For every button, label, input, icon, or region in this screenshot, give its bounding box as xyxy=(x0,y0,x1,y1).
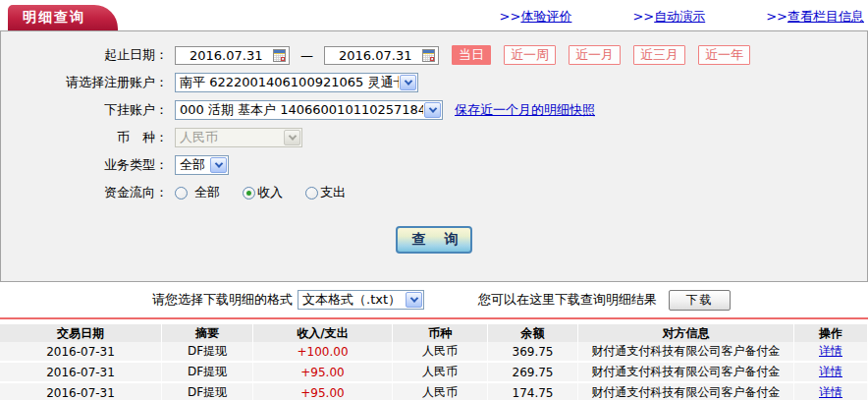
tab-label: 明细查询 xyxy=(23,9,85,27)
link-view-column-info-label: 查看栏目信息 xyxy=(787,9,864,24)
link-view-column-info[interactable]: >>查看栏目信息 xyxy=(766,8,864,26)
register-account-label: 请选择注册账户： xyxy=(1,74,175,91)
chevron-down-icon[interactable] xyxy=(210,157,227,173)
business-type-select[interactable]: 全部 xyxy=(175,155,229,175)
quick-range-year-button[interactable]: 近一年 xyxy=(698,45,750,65)
table-row: 2016-07-31 DF提现 +100.00 人民币 369.75 财付通支付… xyxy=(0,342,868,363)
quick-range-week-button[interactable]: 近一周 xyxy=(504,45,556,65)
calendar-icon[interactable] xyxy=(273,49,286,62)
query-form-panel: 起止日期： 2016.07.31 — 2016.07.31 当日 近一周 xyxy=(0,30,868,282)
header-bar: 明细查询 >>体验评价 >>自动演示 >>查看栏目信息 xyxy=(0,0,868,30)
sub-account-label: 下挂账户： xyxy=(1,101,175,119)
query-button[interactable]: 查 询 xyxy=(396,226,472,254)
quick-range-today-button[interactable]: 当日 xyxy=(452,45,491,65)
register-account-select[interactable]: 南平 6222001406100921065 灵通卡 xyxy=(175,73,418,92)
link-experience-eval-label: 体验评价 xyxy=(520,9,571,24)
cell-counterparty: 财付通支付科技有限公司客户备付金 xyxy=(578,363,794,381)
start-date-value: 2016.07.31 xyxy=(190,48,262,63)
col-header-amount: 收入/支出 xyxy=(253,324,393,342)
fund-flow-option-expense[interactable]: 支出 xyxy=(305,184,346,201)
chevron-down-icon[interactable] xyxy=(424,102,441,118)
calendar-icon[interactable] xyxy=(422,49,435,62)
fund-flow-option-expense-label: 支出 xyxy=(320,184,346,201)
radio-icon[interactable] xyxy=(175,187,188,200)
cell-balance: 269.75 xyxy=(488,363,578,381)
chevron-down-icon[interactable] xyxy=(400,75,416,90)
col-header-date: 交易日期 xyxy=(0,324,162,342)
tab-detail-query[interactable]: 明细查询 xyxy=(8,5,118,30)
cell-summary: DF提现 xyxy=(162,383,253,400)
date-range-label: 起止日期： xyxy=(1,46,175,64)
fund-flow-option-income[interactable]: 收入 xyxy=(243,184,283,201)
download-row: 请您选择下载明细的格式 文本格式（.txt） 您可以在这里下载查询明细结果 下载 xyxy=(0,282,868,317)
sub-account-row: 下挂账户： 000 活期 基本户 1406600101102571848 保存近… xyxy=(1,100,867,120)
cell-balance: 174.75 xyxy=(488,383,578,400)
register-account-value: 南平 6222001406100921065 灵通卡 xyxy=(180,74,399,91)
chevron-down-icon[interactable] xyxy=(406,292,422,308)
quick-range-quarter-button[interactable]: 近三月 xyxy=(633,45,685,65)
end-date-value: 2016.07.31 xyxy=(339,48,411,63)
cell-date: 2016-07-31 xyxy=(0,363,162,381)
cell-action: 详情 xyxy=(794,342,868,361)
link-auto-demo-label: 自动演示 xyxy=(654,9,705,24)
business-type-row: 业务类型： 全部 xyxy=(1,155,867,175)
cell-counterparty: 财付通支付科技有限公司客户备付金 xyxy=(578,383,794,400)
cell-currency: 人民币 xyxy=(393,383,488,400)
download-hint: 您可以在这里下载查询明细结果 xyxy=(478,291,657,309)
col-header-action: 操作 xyxy=(794,324,868,342)
cell-amount: +95.00 xyxy=(253,383,393,400)
col-header-balance: 余额 xyxy=(488,324,578,342)
currency-row: 币 种： 人民币 xyxy=(1,128,867,147)
cell-summary: DF提现 xyxy=(162,363,253,381)
cell-currency: 人民币 xyxy=(393,363,488,381)
col-header-currency: 币种 xyxy=(393,324,488,342)
save-snapshot-link[interactable]: 保存近一个月的明细快照 xyxy=(455,101,595,119)
fund-flow-option-all[interactable]: 全部 xyxy=(175,184,220,201)
cell-amount: +100.00 xyxy=(253,342,393,361)
cell-summary: DF提现 xyxy=(162,342,253,361)
cell-date: 2016-07-31 xyxy=(0,342,162,361)
col-header-counterparty: 对方信息 xyxy=(578,324,794,342)
link-experience-eval[interactable]: >>体验评价 xyxy=(500,8,572,26)
chevron-down-icon xyxy=(284,130,300,145)
sub-account-value: 000 活期 基本户 1406600101102571848 xyxy=(180,101,423,119)
fund-flow-label: 资金流向： xyxy=(1,184,175,201)
quick-range-month-button[interactable]: 近一月 xyxy=(569,45,621,65)
cell-counterparty: 财付通支付科技有限公司客户备付金 xyxy=(578,342,794,361)
download-format-label: 请您选择下载明细的格式 xyxy=(152,291,293,309)
link-auto-demo[interactable]: >>自动演示 xyxy=(632,8,705,26)
fund-flow-option-all-label: 全部 xyxy=(194,184,220,201)
download-button[interactable]: 下载 xyxy=(669,290,731,311)
cell-action: 详情 xyxy=(794,363,868,381)
download-format-value: 文本格式（.txt） xyxy=(302,291,405,309)
download-format-select[interactable]: 文本格式（.txt） xyxy=(298,290,424,310)
detail-link[interactable]: 详情 xyxy=(819,384,842,400)
radio-icon[interactable] xyxy=(305,187,318,200)
table-header: 交易日期 摘要 收入/支出 币种 余额 对方信息 操作 xyxy=(0,324,868,342)
date-separator: — xyxy=(300,48,313,63)
cell-action: 详情 xyxy=(794,383,868,400)
register-account-row: 请选择注册账户： 南平 6222001406100921065 灵通卡 xyxy=(1,73,867,92)
business-type-value: 全部 xyxy=(180,156,209,174)
end-date-input[interactable]: 2016.07.31 xyxy=(324,46,439,65)
top-links: >>体验评价 >>自动演示 >>查看栏目信息 xyxy=(439,8,864,26)
detail-link[interactable]: 详情 xyxy=(819,364,842,380)
cell-date: 2016-07-31 xyxy=(0,383,162,400)
detail-link[interactable]: 详情 xyxy=(819,343,842,360)
date-range-row: 起止日期： 2016.07.31 — 2016.07.31 当日 近一周 xyxy=(1,45,867,65)
currency-value: 人民币 xyxy=(180,129,283,146)
radio-icon[interactable] xyxy=(243,187,255,200)
fund-flow-row: 资金流向： 全部 收入 支出 xyxy=(1,183,867,202)
currency-label: 币 种： xyxy=(1,129,175,146)
table-row: 2016-07-31 DF提现 +95.00 人民币 174.75 财付通支付科… xyxy=(0,383,868,400)
start-date-input[interactable]: 2016.07.31 xyxy=(175,46,290,65)
cell-amount: +95.00 xyxy=(253,363,393,381)
currency-select: 人民币 xyxy=(175,128,302,147)
sub-account-select[interactable]: 000 活期 基本户 1406600101102571848 xyxy=(175,100,443,120)
business-type-label: 业务类型： xyxy=(1,156,175,174)
fund-flow-option-income-label: 收入 xyxy=(257,184,283,201)
query-button-row: 查 询 xyxy=(1,226,867,254)
cell-balance: 369.75 xyxy=(488,342,578,361)
red-divider xyxy=(0,317,868,319)
table-row: 2016-07-31 DF提现 +95.00 人民币 269.75 财付通支付科… xyxy=(0,363,868,383)
